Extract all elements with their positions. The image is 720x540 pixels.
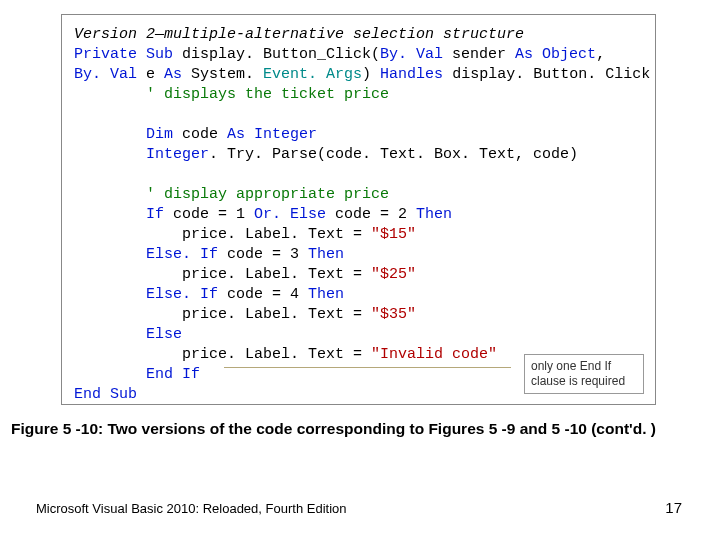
tok: price. Label. Text = [74,266,371,283]
tok: price. Label. Text = [74,226,371,243]
kw: End Sub [74,386,137,403]
tok: code = 4 [218,286,308,303]
comment: ' display appropriate price [74,186,389,203]
kw: As [164,66,182,83]
kw: Private Sub [74,46,173,63]
tok: display. Button. Click [443,66,650,83]
slide: Version 2—multiple-alternative selection… [0,0,720,540]
tok: code [173,126,227,143]
kw: Then [308,286,344,303]
kw: Or. Else [254,206,326,223]
tok: e [137,66,164,83]
type: Event. Args [263,66,362,83]
tok: sender [443,46,515,63]
kw: Else. If [74,246,218,263]
kw: Dim [74,126,173,143]
kw: If [74,206,164,223]
tok: System. [182,66,263,83]
version-desc: —multiple-alternative selection structur… [155,26,524,43]
callout-box: only one End If clause is required [524,354,644,394]
str: "$25" [371,266,416,283]
tok: price. Label. Text = [74,346,371,363]
tok: price. Label. Text = [74,306,371,323]
kw: Else. If [74,286,218,303]
str: "$35" [371,306,416,323]
kw: By. Val [380,46,443,63]
callout-arrow [224,367,511,368]
comment: ' displays the ticket price [74,86,389,103]
tok: display. Button_Click( [173,46,380,63]
figure-caption: Figure 5 -10: Two versions of the code c… [11,420,710,438]
kw: Then [416,206,452,223]
code-block: Version 2—multiple-alternative selection… [74,25,643,405]
tok: , [596,46,605,63]
kw: End If [74,366,200,383]
tok: code = 3 [218,246,308,263]
str: "$15" [371,226,416,243]
footer-left: Microsoft Visual Basic 2010: Reloaded, F… [36,501,346,516]
tok: code = 2 [326,206,416,223]
kw: Else [74,326,182,343]
kw: Then [308,246,344,263]
kw: Integer [74,146,209,163]
tok: ) [362,66,380,83]
page-number: 17 [665,499,682,516]
code-box: Version 2—multiple-alternative selection… [61,14,656,405]
tok: . Try. Parse(code. Text. Box. Text, code… [209,146,578,163]
kw: As Object [515,46,596,63]
kw: By. Val [74,66,137,83]
tok: code = 1 [164,206,254,223]
str: "Invalid code" [371,346,497,363]
kw: As Integer [227,126,317,143]
kw: Handles [380,66,443,83]
version-label: Version 2 [74,26,155,43]
